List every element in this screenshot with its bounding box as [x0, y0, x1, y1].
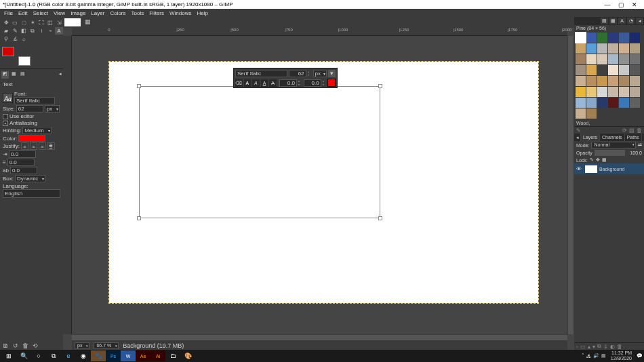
pattern-swatch[interactable]: [586, 43, 597, 54]
overlay-baseline-input[interactable]: [279, 79, 297, 87]
menu-colors[interactable]: Colors: [107, 10, 128, 16]
paint-icon[interactable]: 🎨: [180, 350, 195, 361]
bg-color[interactable]: [18, 56, 31, 66]
tool-color-picker[interactable]: ⚲: [2, 35, 10, 43]
delete-options-icon[interactable]: 🗑: [22, 342, 28, 349]
layer-up-icon[interactable]: ▴: [588, 344, 590, 350]
opacity-slider[interactable]: [595, 150, 625, 156]
pattern-swatch[interactable]: [597, 43, 607, 54]
tool-brush[interactable]: ✎: [11, 27, 19, 35]
tool-measure[interactable]: ∡: [11, 35, 19, 43]
overlay-italic-button[interactable]: A: [252, 79, 260, 87]
pattern-swatch[interactable]: [597, 87, 607, 97]
photoshop-icon[interactable]: Ps: [106, 350, 121, 361]
overlay-font-input[interactable]: [235, 70, 287, 77]
pattern-swatch[interactable]: [630, 33, 640, 43]
justify-left-button[interactable]: ≡: [21, 142, 28, 150]
text-box[interactable]: [139, 86, 380, 218]
tooloptions-tab[interactable]: ◩: [1, 71, 9, 79]
text-handle-nw[interactable]: [137, 84, 141, 88]
aftereffects-icon[interactable]: Ae: [136, 350, 150, 361]
text-handle-se[interactable]: [378, 216, 382, 220]
text-handle-ne[interactable]: [378, 84, 382, 88]
layers-empty-area[interactable]: [574, 174, 644, 342]
gimp-icon[interactable]: 🐾: [91, 350, 106, 361]
pattern-swatch[interactable]: [608, 87, 618, 97]
tray-chevron-icon[interactable]: ˄: [582, 353, 584, 359]
overlay-baseline-spinner[interactable]: ▴▾: [298, 79, 302, 86]
channels-tab[interactable]: Channels: [600, 134, 625, 141]
ruler-vertical[interactable]: [63, 36, 72, 334]
windows-taskbar[interactable]: ⊞ 🔍 ○ ⧉ e ◉ 🐾 Ps W Ae Ai 🗀 🎨 ˄ 🖧 🔊 ▤ 11:…: [0, 350, 644, 362]
overlay-size-spinner[interactable]: ▴▾: [308, 70, 312, 77]
indent-input[interactable]: [9, 150, 36, 158]
layer-duplicate-icon[interactable]: ⧉: [597, 343, 601, 350]
pattern-swatch[interactable]: [608, 76, 618, 86]
pattern-swatch[interactable]: [619, 43, 629, 54]
mode-switch-icon[interactable]: ⇄: [638, 142, 642, 148]
tool-path[interactable]: ⌁: [46, 27, 54, 35]
linespace-input[interactable]: [7, 159, 35, 166]
hinting-dropdown[interactable]: Medium: [22, 127, 51, 134]
pattern-swatch[interactable]: [586, 87, 597, 97]
pattern-swatch[interactable]: [630, 87, 640, 97]
tool-fuzzy-select[interactable]: ✶: [28, 19, 37, 26]
reset-options-icon[interactable]: ⟲: [33, 342, 38, 349]
pattern-swatch[interactable]: [619, 76, 629, 86]
menu-edit[interactable]: Edit: [16, 10, 31, 16]
tool-move[interactable]: ✥: [2, 19, 10, 26]
tray-network-icon[interactable]: 🖧: [586, 354, 591, 359]
layer-new-icon[interactable]: ▫: [576, 344, 578, 350]
pattern-swatch[interactable]: [619, 65, 629, 75]
size-input[interactable]: [16, 105, 43, 113]
pattern-swatch[interactable]: [619, 87, 629, 97]
pattern-swatch[interactable]: [619, 98, 629, 108]
menu-view[interactable]: View: [51, 10, 68, 16]
justify-fill-button[interactable]: ≣: [47, 142, 55, 150]
fonts-tab-icon[interactable]: A: [618, 18, 626, 24]
letterspace-input[interactable]: [10, 167, 37, 174]
tool-free-select[interactable]: ◌: [20, 19, 28, 26]
minimize-button[interactable]: —: [601, 1, 614, 8]
language-value[interactable]: English: [3, 189, 60, 198]
canvas[interactable]: [109, 62, 538, 303]
device-tab[interactable]: ▦: [10, 71, 18, 79]
tool-text[interactable]: A: [55, 27, 63, 35]
antialias-checkbox[interactable]: ×: [3, 121, 8, 126]
tool-bucket[interactable]: ▰: [2, 27, 10, 35]
layer-down-icon[interactable]: ▾: [592, 344, 595, 350]
new-image-tab[interactable]: ▦: [83, 18, 92, 26]
menu-select[interactable]: Select: [31, 10, 51, 16]
overlay-bold-button[interactable]: A: [244, 79, 251, 87]
overlay-menu-button[interactable]: ▾: [328, 70, 336, 77]
status-unit-dropdown[interactable]: px: [75, 342, 89, 349]
pattern-swatch[interactable]: [597, 76, 607, 86]
pattern-swatch[interactable]: [608, 43, 618, 54]
pattern-swatch[interactable]: [619, 54, 629, 64]
edge-icon[interactable]: e: [61, 350, 76, 361]
tray-volume-icon[interactable]: 🔊: [593, 353, 599, 359]
scrollbar-horizontal[interactable]: [72, 334, 567, 341]
font-input[interactable]: [14, 97, 55, 104]
menu-filters[interactable]: Filters: [146, 10, 167, 16]
menu-windows[interactable]: Windows: [167, 10, 194, 16]
search-button[interactable]: 🔍: [16, 350, 31, 361]
start-button[interactable]: ⊞: [1, 350, 16, 361]
tab-menu-right-icon[interactable]: ◂: [636, 18, 643, 24]
pattern-swatch[interactable]: [576, 98, 586, 108]
pattern-swatch[interactable]: [630, 65, 640, 75]
pattern-swatch[interactable]: [576, 54, 586, 64]
font-preview-icon[interactable]: Aa: [3, 93, 13, 103]
text-tool-overlay[interactable]: ▴▾ px ▾ ⌫ A A A A ▴▾ ▴▾: [233, 68, 338, 88]
overlay-color-swatch[interactable]: [327, 79, 336, 87]
pattern-swatch[interactable]: [619, 33, 629, 43]
menu-image[interactable]: Image: [68, 10, 88, 16]
pattern-open-icon[interactable]: ▤: [629, 127, 635, 134]
pattern-swatch[interactable]: [586, 65, 597, 75]
pattern-swatch[interactable]: [576, 33, 586, 43]
overlay-unit-dropdown[interactable]: px: [313, 70, 327, 77]
tray-clock[interactable]: 11:32 PM 12/8/2020: [608, 350, 635, 361]
layers-tab[interactable]: Layers: [581, 134, 600, 141]
pattern-edit-icon[interactable]: ✎: [576, 127, 581, 134]
layer-mask-icon[interactable]: ◐: [610, 344, 615, 350]
